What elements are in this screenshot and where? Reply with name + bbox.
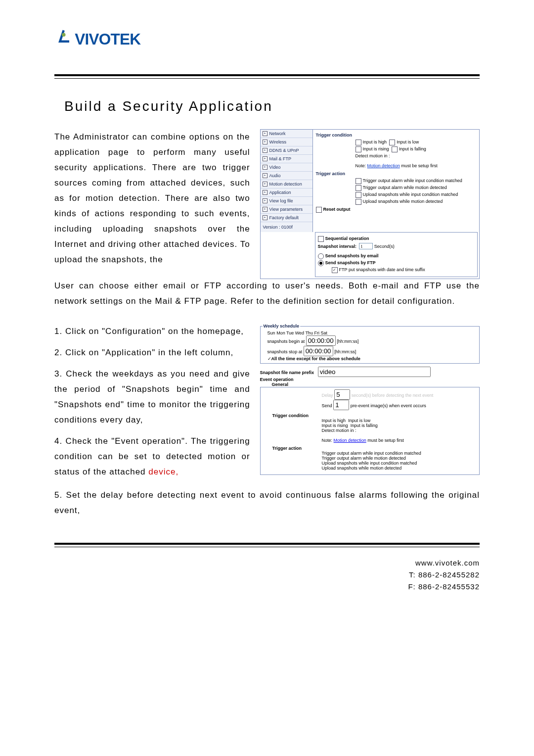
note-prefix: Note: [356,163,367,168]
lbl-ta4: Upload snapshots while motion detected [363,199,443,204]
expand-icon[interactable]: + [263,165,267,170]
settings-nav: +Network +Wireless +DDNS & UPnP +Mail & … [261,130,313,232]
p2-note-prefix: Note: [322,438,334,443]
p2-trigger-action-head: Trigger action [272,446,477,451]
nav-viewlog[interactable]: +View log file [261,197,312,205]
weekly-schedule-box: Weekly schedule Sun Mon Tue Wed Thu Fri … [260,324,480,364]
expand-icon[interactable]: + [263,156,267,161]
rb-send-ftp[interactable] [318,260,324,266]
snapshot-interval-input[interactable] [359,243,373,249]
weekly-schedule-head: Weekly schedule [263,324,300,329]
p2-motion-detection-link[interactable]: Motion detection [334,438,366,443]
cb-input-high[interactable] [356,140,361,145]
lbl-event-operation: Event operation [260,377,294,382]
expand-icon[interactable]: + [263,207,267,212]
lbl-reset-output: Reset output [323,207,351,212]
lbl-hhmmss2: [hh:mm:ss] [334,349,356,354]
lbl-hhmmss1: [hh:mm:ss] [337,339,358,344]
cb-ta4[interactable] [356,199,361,205]
expand-icon[interactable]: + [263,131,267,136]
cb-reset-output[interactable] [316,207,322,213]
expand-icon[interactable]: + [263,215,267,220]
cb-input-low[interactable] [389,140,395,145]
p2-lbl-ta2: Trigger output alarm while motion detect… [322,456,406,461]
expand-icon[interactable]: + [263,173,267,178]
trigger-condition-head: Trigger condition [316,133,476,138]
lbl-sat: Sat [320,331,327,335]
note-suffix: must be setup first [400,163,438,168]
step-2: 2. Click on "Application" in the left co… [54,345,250,360]
svg-point-0 [62,33,66,37]
lbl-sequential-op: Sequential operation [325,236,369,241]
step-1: 1. Click on "Configuration" on the homep… [54,324,250,339]
lbl-input-high: Input is high [363,140,387,144]
nav-viewparams[interactable]: +View parameters [261,205,312,214]
lbl-all-time: All the time except for the above schedu… [271,356,360,361]
lbl-fri: Fri [314,331,319,335]
filename-prefix-input[interactable] [318,367,431,377]
expand-icon[interactable]: + [263,140,267,144]
nav-factory[interactable]: +Factory default [261,214,312,222]
motion-detection-link[interactable]: Motion detection [367,163,400,168]
send-input[interactable] [333,400,349,410]
lbl-tue: Tue [286,331,294,335]
delay-input[interactable] [334,389,350,400]
expand-icon[interactable]: + [263,190,267,195]
cb-all-time[interactable]: ✓ [267,356,271,361]
lbl-input-low: Input is low [397,140,419,144]
footer-tel: T: 886-2-82455282 [54,569,480,581]
snap-stop-input[interactable] [304,346,333,356]
cb-ta3[interactable] [356,192,361,198]
cb-input-falling[interactable] [392,146,398,152]
svg-text:VIVOTEK: VIVOTEK [75,30,141,48]
lbl-input-rising: Input is rising [363,146,389,151]
intro-paragraph-left: The Administrator can combine options on… [54,129,250,267]
cb-input-rising[interactable] [356,146,361,152]
lbl-sun: Sun [267,331,275,335]
expand-icon[interactable]: + [263,148,267,153]
p2-lbl-ta4: Upload snapshots while motion detected [322,466,402,471]
nav-audio[interactable]: +Audio [261,172,312,180]
step-3: 3. Check the weekdays as you need and gi… [54,366,250,427]
p2-note-suffix: must be setup first [366,438,404,443]
cb-ta2[interactable] [356,185,361,191]
lbl-input-falling: Input is falling [399,146,426,151]
intro-paragraph-below: User can choose either email or FTP acco… [54,278,480,309]
rb-send-email[interactable] [318,253,324,259]
lbl-snapshot-interval: Snapshot interval: [318,244,357,249]
lbl-send-email: Send snapshots by email [325,253,379,258]
lbl-delay-text: second(s) before detecting the next even… [352,393,434,398]
nav-motion[interactable]: +Motion detection [261,180,312,189]
nav-application[interactable]: +Application [261,189,312,197]
lbl-snap-stop: snapshots stop at [267,349,303,354]
lbl-send-text: pre-event image(s) when event occurs [351,403,426,408]
brand-logo: VIVOTEK [54,25,480,59]
nav-video[interactable]: +Video [261,163,312,172]
lbl-delay: Delay [322,393,333,398]
lbl-send-ftp: Send snapshots by FTP [325,260,376,265]
expand-icon[interactable]: + [263,182,267,187]
cb-ftp-suffix[interactable]: ✓ [332,267,338,273]
lbl-ftp-suffix: FTP put snapshots with date and time suf… [339,267,425,272]
cb-sequential-op[interactable] [318,236,324,242]
general-box: Delay second(s) before detecting the nex… [260,387,480,475]
p2-lbl-rising: Input is rising [322,423,348,428]
p2-lbl-ta1: Trigger output alarm while input conditi… [322,451,421,456]
lbl-thu: Thu [305,331,313,335]
app-settings-panel-1: +Network +Wireless +DDNS & UPnP +Mail & … [260,129,480,279]
nav-mailftp[interactable]: +Mail & FTP [261,155,312,163]
footer-url: www.vivotek.com [54,557,480,569]
page-footer: www.vivotek.com T: 886-2-82455282 F: 886… [54,557,480,593]
lbl-snap-begin: snapshots begin at [267,339,305,344]
p2-lbl-falling: Input is falling [351,423,378,428]
nav-network[interactable]: +Network [261,130,312,138]
detect-motion-text: Detect motion in : [356,153,476,158]
nav-ddns[interactable]: +DDNS & UPnP [261,146,312,155]
expand-icon[interactable]: + [263,198,267,203]
nav-wireless[interactable]: +Wireless [261,138,312,146]
p2-detect-motion: Detect motion in : [322,428,477,433]
snap-begin-input[interactable] [306,335,336,346]
cb-ta1[interactable] [356,178,361,184]
lbl-mon: Mon [276,331,285,335]
p2-lbl-high: Input is high [322,418,346,423]
